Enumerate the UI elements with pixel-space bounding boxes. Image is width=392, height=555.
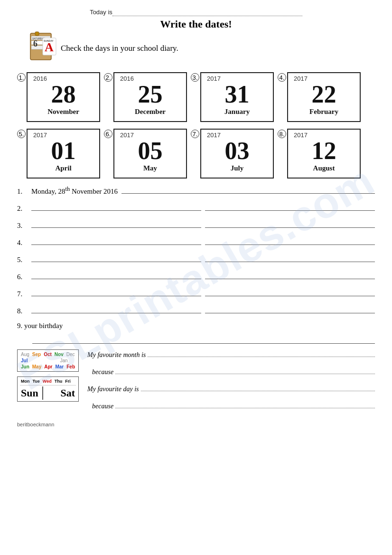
answer-5-line bbox=[31, 254, 201, 262]
card-num-2: 2. bbox=[104, 73, 112, 82]
birthday-label: 9. your birthday bbox=[17, 322, 375, 330]
card-month-3: January bbox=[224, 108, 250, 116]
card-month-6: May bbox=[143, 164, 157, 172]
card-day-3: 31 bbox=[225, 82, 250, 107]
answer-1-line bbox=[121, 185, 375, 194]
svg-text:SUNDAY: SUNDAY bbox=[44, 39, 54, 42]
today-line: Today is bbox=[17, 9, 375, 16]
card-day-1: 28 bbox=[51, 82, 76, 107]
answer-label-8: 8. bbox=[17, 307, 28, 315]
today-label: Today is bbox=[90, 9, 112, 16]
answer-3-line-2 bbox=[205, 219, 375, 228]
answer-label-2: 2. bbox=[17, 205, 28, 213]
card-month-4: February bbox=[309, 108, 338, 116]
card-month-7: July bbox=[231, 164, 244, 172]
answer-label-6: 6. bbox=[17, 273, 28, 281]
card-month-5: April bbox=[55, 164, 71, 172]
card-num-5: 5. bbox=[17, 130, 26, 138]
answer-2-line bbox=[31, 202, 201, 211]
date-card-2: 2016 25 December bbox=[113, 72, 187, 122]
cards-row-1: 1. 2016 28 November 2. 2016 25 December … bbox=[17, 72, 375, 122]
fav-because1-label: because bbox=[87, 368, 113, 376]
lines-section: 1. Monday, 28th November 2016 2. 3. 4. 5… bbox=[17, 185, 375, 315]
mini-calendars: Aug Sep Oct Nov Dec Jul Jan Jun May Apr … bbox=[17, 349, 79, 402]
svg-text:A: A bbox=[45, 40, 54, 54]
subtitle-text: Check the days in your school diary. bbox=[61, 44, 178, 53]
birthday-line bbox=[32, 335, 375, 344]
fav-day-dots bbox=[141, 384, 375, 391]
answer-line-5: 5. bbox=[17, 254, 375, 264]
svg-rect-4 bbox=[35, 32, 39, 36]
card-year-5: 2017 bbox=[33, 132, 47, 139]
card-num-6: 6. bbox=[104, 130, 112, 138]
card-day-6: 05 bbox=[138, 139, 163, 163]
card-num-1: 1. bbox=[17, 73, 26, 82]
answer-label-7: 7. bbox=[17, 290, 28, 298]
title-row: Write the dates! bbox=[17, 18, 375, 30]
date-card-7: 2017 03 July bbox=[200, 129, 274, 179]
bottom-section: Aug Sep Oct Nov Dec Jul Jan Jun May Apr … bbox=[17, 349, 375, 418]
card-wrapper-6: 6. 2017 05 May bbox=[104, 129, 187, 179]
card-num-4: 4. bbox=[278, 73, 286, 82]
answer-label-4: 4. bbox=[17, 239, 28, 247]
fav-because2-label: because bbox=[87, 403, 113, 410]
day-mini-calendar: Mon Tue Wed Thu Fri Sun Sat bbox=[17, 376, 79, 402]
footer-credit: beritboeckmann bbox=[17, 422, 375, 427]
answer-4-line-2 bbox=[205, 236, 375, 245]
calendar-icon: SATURDAY 6 A SUNDAY bbox=[27, 31, 61, 66]
card-wrapper-5: 5. 2017 01 April bbox=[17, 129, 100, 179]
card-year-3: 2017 bbox=[207, 75, 221, 82]
date-card-4: 2017 22 February bbox=[287, 72, 361, 122]
answer-4-line bbox=[31, 236, 201, 245]
card-num-8: 8. bbox=[278, 130, 286, 138]
answer-line-3: 3. bbox=[17, 219, 375, 230]
card-wrapper-8: 8. 2017 12 August bbox=[278, 129, 361, 179]
answer-8-line bbox=[31, 305, 201, 313]
card-year-4: 2017 bbox=[294, 75, 308, 82]
fav-because2-line: because bbox=[87, 401, 375, 410]
fav-day-line: My favourite day is bbox=[87, 384, 375, 393]
answer-line-8: 8. bbox=[17, 305, 375, 315]
answer-2-line-2 bbox=[205, 202, 375, 211]
card-wrapper-1: 1. 2016 28 November bbox=[17, 72, 100, 122]
card-day-4: 22 bbox=[312, 82, 336, 107]
card-wrapper-3: 3. 2017 31 January bbox=[191, 72, 274, 122]
card-month-2: December bbox=[135, 108, 166, 116]
answer-line-2: 2. bbox=[17, 202, 375, 213]
date-card-3: 2017 31 January bbox=[200, 72, 274, 122]
card-month-1: November bbox=[47, 108, 79, 116]
today-dots bbox=[112, 9, 302, 16]
answer-label-3: 3. bbox=[17, 222, 28, 230]
date-card-1: 2016 28 November bbox=[27, 72, 100, 122]
fav-day-label: My favourite day is bbox=[87, 386, 139, 393]
answer-5-line-2 bbox=[205, 254, 375, 262]
card-wrapper-7: 7. 2017 03 July bbox=[191, 129, 274, 179]
answer-7-line-2 bbox=[205, 288, 375, 296]
card-day-2: 25 bbox=[138, 82, 163, 107]
answer-3-line bbox=[31, 219, 201, 228]
card-year-7: 2017 bbox=[207, 132, 221, 139]
card-year-8: 2017 bbox=[294, 132, 308, 139]
card-year-2: 2016 bbox=[120, 75, 134, 82]
card-wrapper-2: 2. 2016 25 December bbox=[104, 72, 187, 122]
answer-line-6: 6. bbox=[17, 271, 375, 281]
card-day-5: 01 bbox=[51, 139, 76, 163]
subtitle-row: SATURDAY 6 A SUNDAY Check the days in yo… bbox=[27, 31, 375, 66]
cards-row-2: 5. 2017 01 April 6. 2017 05 May 7. 2017 … bbox=[17, 129, 375, 179]
fav-because1-line: because bbox=[87, 367, 375, 376]
answer-7-line bbox=[31, 288, 201, 296]
page-title: Write the dates! bbox=[17, 18, 375, 30]
fav-month-label: My favourite month is bbox=[87, 351, 146, 359]
card-year-1: 2016 bbox=[33, 75, 47, 82]
fav-because1-dots bbox=[115, 367, 375, 374]
card-month-8: August bbox=[313, 164, 335, 172]
card-num-3: 3. bbox=[191, 73, 199, 82]
answer-line-4: 4. bbox=[17, 236, 375, 247]
answer-line-1: 1. Monday, 28th November 2016 bbox=[17, 185, 375, 196]
card-num-7: 7. bbox=[191, 130, 199, 138]
answer-6-line bbox=[31, 271, 201, 279]
card-wrapper-4: 4. 2017 22 February bbox=[278, 72, 361, 122]
birthday-section: 9. your birthday bbox=[17, 322, 375, 344]
cards-section: 1. 2016 28 November 2. 2016 25 December … bbox=[17, 72, 375, 179]
answer-1-text: Monday, 28th November 2016 bbox=[31, 186, 118, 196]
